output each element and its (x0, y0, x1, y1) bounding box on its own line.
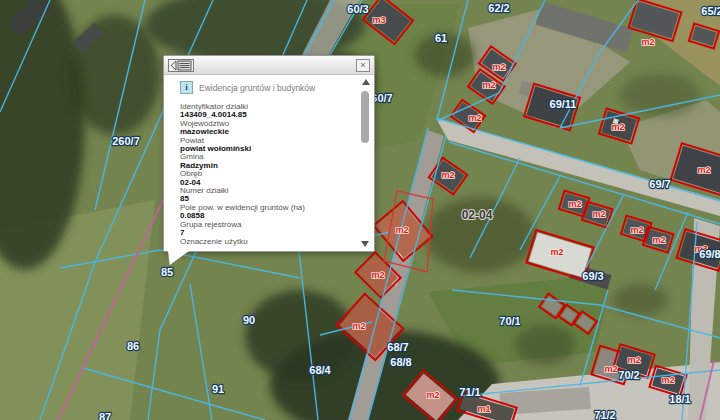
building-label: m2 (661, 375, 674, 385)
popup-header: × (164, 56, 374, 75)
parcel-label: 69/8 (699, 248, 720, 260)
building-label: m2 (611, 122, 624, 132)
feature-info-popup: × i Ewidencja gruntów i budynków Identyf… (163, 55, 375, 252)
building-label: m2 (627, 355, 640, 365)
parcel-label: 71/1 (459, 386, 480, 398)
parcel-label: 65/2 (701, 5, 720, 17)
parcel-label: 69/7 (649, 178, 670, 190)
building-label: m2 (492, 62, 505, 72)
building-label: m3 (372, 15, 385, 25)
field-label: Obręb (180, 170, 352, 178)
field-value: Radzymin (180, 162, 352, 170)
parcel-label: 60/3 (347, 3, 368, 15)
building-label: m1 (477, 404, 490, 414)
parcel-label: 68/8 (390, 356, 411, 368)
building-label: m2 (550, 247, 563, 257)
parcel-label: 18/1 (669, 393, 690, 405)
close-button[interactable]: × (356, 59, 370, 72)
parcel-label: 90 (243, 314, 255, 326)
building-label: m2 (426, 390, 439, 400)
building-label: m2 (697, 165, 710, 175)
parcel-label: 68/4 (309, 364, 331, 376)
popup-title: Ewidencja gruntów i budynków (199, 83, 315, 93)
building-label: m2 (641, 37, 654, 47)
parcel-label: 69/11 (550, 98, 577, 110)
scroll-up-arrow-icon[interactable] (362, 79, 370, 85)
district-label: 02-04 (462, 208, 493, 222)
building-label: m2 (652, 235, 665, 245)
parcel-label: 62/2 (488, 2, 509, 14)
building-label: m2 (468, 113, 481, 123)
field-label: Oznaczenie użytku (180, 238, 352, 246)
close-icon: × (360, 60, 365, 70)
info-icon: i (180, 81, 193, 94)
attribute-list: Identyfikator działki 143409_4.0014.85 W… (180, 103, 352, 246)
parcel-label: 71/2 (594, 409, 615, 420)
parcel-label: 70/1 (499, 315, 520, 327)
parcel-label: 91 (212, 383, 224, 395)
parcel-label: 68/7 (387, 341, 408, 353)
popup-body: i Ewidencja gruntów i budynków Identyfik… (164, 75, 374, 246)
parcel-label: 85 (161, 266, 173, 278)
back-to-results-button[interactable] (168, 59, 194, 72)
building-label: m2 (352, 321, 365, 331)
building-label: m2 (630, 225, 643, 235)
parcel-label: 86 (127, 340, 139, 352)
field-value: mazowieckie (180, 128, 352, 136)
field-label: Pole pow. w ewidencji gruntów (ha) (180, 204, 352, 212)
building-label: m2 (592, 209, 605, 219)
back-to-results-icon (170, 60, 192, 71)
building-label: m2 (371, 270, 384, 280)
parcel-label: 87 (99, 411, 111, 420)
building-label: m2 (395, 225, 408, 235)
building-label: m2 (604, 364, 617, 374)
popup-scrollbar (360, 79, 371, 247)
scroll-down-arrow-icon[interactable] (361, 241, 369, 247)
field-value: powiat wołomiński (180, 145, 352, 153)
scrollbar-thumb[interactable] (361, 91, 369, 143)
parcel-label: 70/2 (618, 369, 639, 381)
parcel-label: 69/3 (582, 270, 603, 282)
field-label: Grupa rejestrowa (180, 221, 352, 229)
map-screen: m3 m2 m2 m2 m2 m2 m2 m2 m2 m2 m3 m2 m2 m… (0, 0, 720, 420)
field-label: Numer działki (180, 187, 352, 195)
building-label: m2 (482, 80, 495, 90)
parcel-label: 61 (435, 32, 447, 44)
building-label: m2 (568, 199, 581, 209)
building-label: m2 (441, 170, 454, 180)
parcel-label: 260/7 (112, 135, 140, 147)
